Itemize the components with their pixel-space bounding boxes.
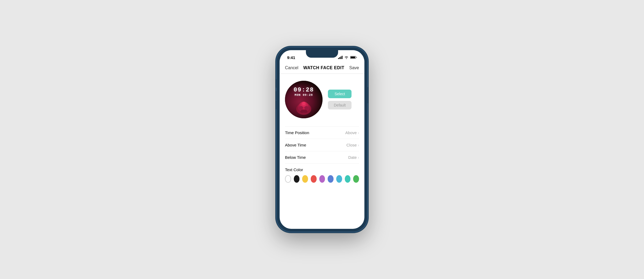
battery-icon bbox=[350, 56, 357, 59]
watch-face-buttons: Select Default bbox=[328, 90, 352, 109]
nav-bar: Cancel WATCH FACE EDIT Save bbox=[280, 62, 364, 74]
above-time-label: Above Time bbox=[285, 143, 306, 147]
watch-rose-decoration bbox=[293, 97, 314, 116]
color-swatch-cyan[interactable] bbox=[336, 175, 342, 183]
time-position-row[interactable]: Time Position Above › bbox=[285, 127, 359, 139]
settings-section: Time Position Above › Above Time Close › bbox=[285, 126, 359, 164]
time-position-right: Above › bbox=[345, 130, 359, 135]
phone-screen: 9:41 bbox=[280, 50, 364, 229]
watch-time-main: 09:28 bbox=[285, 87, 323, 93]
above-time-right: Close › bbox=[346, 143, 359, 147]
color-swatch-red[interactable] bbox=[311, 175, 317, 183]
main-content: 09:28 MON 09:28 Select Default Time Posi… bbox=[280, 74, 364, 191]
wifi-icon bbox=[344, 56, 349, 59]
color-swatch-black[interactable] bbox=[294, 175, 300, 183]
color-swatch-green[interactable] bbox=[353, 175, 359, 183]
below-time-value: Date bbox=[348, 155, 357, 160]
svg-rect-5 bbox=[351, 57, 355, 58]
save-button[interactable]: Save bbox=[349, 65, 359, 70]
status-icons bbox=[338, 56, 357, 59]
below-time-row[interactable]: Below Time Date › bbox=[285, 151, 359, 164]
above-time-value: Close bbox=[346, 143, 357, 147]
svg-rect-3 bbox=[342, 56, 343, 59]
color-swatches bbox=[285, 175, 359, 183]
select-button[interactable]: Select bbox=[328, 90, 352, 98]
text-color-label: Text Color bbox=[285, 167, 359, 172]
below-time-right: Date › bbox=[348, 155, 359, 160]
svg-point-10 bbox=[302, 102, 305, 105]
signal-icon bbox=[338, 56, 343, 59]
phone-mockup: 9:41 bbox=[276, 47, 368, 232]
color-swatch-white[interactable] bbox=[285, 175, 291, 183]
above-time-row[interactable]: Above Time Close › bbox=[285, 139, 359, 151]
svg-rect-0 bbox=[338, 58, 339, 59]
svg-rect-2 bbox=[341, 57, 341, 59]
screen-content: 9:41 bbox=[280, 50, 364, 229]
time-position-value: Above bbox=[345, 130, 357, 135]
below-time-label: Below Time bbox=[285, 155, 306, 160]
default-button[interactable]: Default bbox=[328, 101, 352, 109]
color-swatch-blue[interactable] bbox=[328, 175, 334, 183]
svg-rect-1 bbox=[339, 57, 340, 59]
watch-time-overlay: 09:28 MON 09:28 bbox=[285, 87, 323, 97]
notch bbox=[306, 50, 338, 58]
watch-time-sub: MON 09:28 bbox=[285, 93, 323, 97]
chevron-right-icon: › bbox=[358, 143, 359, 147]
page-title: WATCH FACE EDIT bbox=[303, 65, 344, 70]
chevron-right-icon: › bbox=[358, 155, 359, 160]
color-swatch-yellow[interactable] bbox=[302, 175, 308, 183]
time-position-label: Time Position bbox=[285, 130, 309, 135]
status-time: 9:41 bbox=[287, 55, 295, 60]
text-color-section: Text Color bbox=[285, 164, 359, 186]
watch-face-preview: 09:28 MON 09:28 bbox=[285, 81, 323, 118]
watch-preview-section: 09:28 MON 09:28 Select Default bbox=[285, 78, 359, 121]
color-swatch-teal[interactable] bbox=[345, 175, 351, 183]
cancel-button[interactable]: Cancel bbox=[285, 65, 298, 70]
chevron-right-icon: › bbox=[358, 131, 359, 135]
color-swatch-purple[interactable] bbox=[319, 175, 325, 183]
